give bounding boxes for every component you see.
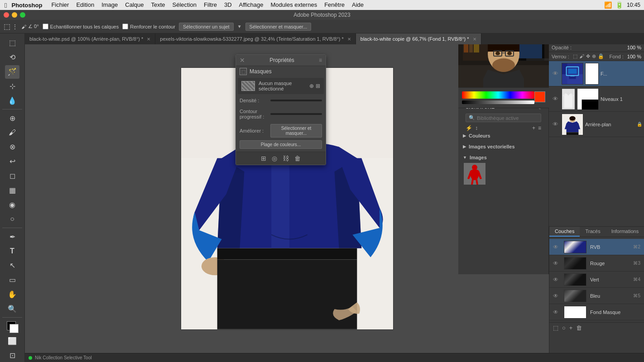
channel-dotted-button[interactable]: ⬚ xyxy=(553,324,558,331)
heal-tool[interactable]: ⊕ xyxy=(5,111,19,125)
lib-image-red-person[interactable] xyxy=(464,163,485,185)
channel-fondmasque-eye[interactable]: 👁 xyxy=(553,309,560,315)
properties-expand-button[interactable]: ≡ xyxy=(319,57,322,63)
hue-slider[interactable] xyxy=(462,91,534,99)
clone-tool[interactable]: ⊗ xyxy=(5,140,19,154)
filter-icon[interactable]: ⚡ xyxy=(466,125,472,131)
channel-fond-masque[interactable]: 👁 Fond Masque xyxy=(549,304,644,320)
tab-couches[interactable]: Couches xyxy=(549,227,580,237)
lightness-slider[interactable] xyxy=(462,100,534,104)
layer-3-eye[interactable]: 👁 xyxy=(551,121,560,128)
channel-vert-eye[interactable]: 👁 xyxy=(553,276,560,283)
minimize-button[interactable] xyxy=(12,12,17,18)
hand-tool[interactable]: ✋ xyxy=(5,288,19,301)
tab-1-close[interactable]: ✕ xyxy=(147,37,150,42)
select-subject-button[interactable]: Sélectionner un sujet xyxy=(179,23,234,31)
tab-traces[interactable]: Tracés xyxy=(580,227,606,237)
foreground-color[interactable] xyxy=(5,319,19,333)
quick-select-tool[interactable]: 🪄 xyxy=(5,65,19,79)
close-button[interactable] xyxy=(4,12,9,18)
sort-icon[interactable]: ↕ xyxy=(475,125,478,131)
zoom-tool[interactable]: 🔍 xyxy=(5,302,19,316)
images-section-title[interactable]: ▼ Images xyxy=(462,154,545,161)
channel-mask-button[interactable]: ○ xyxy=(562,324,566,331)
select-mask-button[interactable]: Sélectionner et masquer... xyxy=(245,23,312,31)
menu-calque[interactable]: Calque xyxy=(121,0,147,10)
menu-aide[interactable]: Aide xyxy=(348,0,367,10)
quick-mask[interactable]: ⬜ xyxy=(5,334,19,348)
tab-2-close[interactable]: ✕ xyxy=(347,37,351,42)
menu-filtre[interactable]: Filtre xyxy=(200,0,221,10)
channel-bleu-eye[interactable]: 👁 xyxy=(553,293,560,299)
lock-all-button[interactable]: 🔒 xyxy=(598,53,604,59)
menu-modules[interactable]: Modules externes xyxy=(267,0,321,10)
channel-rouge-eye[interactable]: 👁 xyxy=(553,260,560,267)
properties-close-button[interactable]: ✕ xyxy=(240,57,245,64)
gradient-tool[interactable]: ▦ xyxy=(5,184,19,197)
type-tool[interactable]: T xyxy=(5,244,19,258)
add-library-icon[interactable]: + xyxy=(532,125,535,131)
brush-tool[interactable]: 🖌 xyxy=(5,126,19,139)
blur-tool[interactable]: ◉ xyxy=(5,198,19,211)
maximize-button[interactable] xyxy=(20,12,25,18)
plage-button[interactable]: Plage de couleurs... xyxy=(240,140,322,149)
library-search[interactable]: 🔍 xyxy=(466,114,541,122)
tab-1[interactable]: black-to-white.psd @ 100% (Arrière-plan,… xyxy=(25,33,155,44)
eraser-tool[interactable]: ◻ xyxy=(5,169,19,183)
tab-3[interactable]: black-to-white copie @ 66,7% (Fond 1, RV… xyxy=(356,33,481,44)
props-circle-button[interactable]: ◎ xyxy=(272,155,277,162)
sample-all-checkbox[interactable] xyxy=(43,24,48,29)
apple-icon[interactable]:  xyxy=(5,1,7,9)
menu-image[interactable]: Image xyxy=(98,0,121,10)
lock-transparent-button[interactable]: ⬚ xyxy=(573,53,577,59)
crop-tool[interactable]: ⊹ xyxy=(5,80,19,93)
layer-2-eye[interactable]: 👁 xyxy=(551,95,560,102)
dodge-tool[interactable]: ○ xyxy=(5,212,19,226)
channel-new-button[interactable]: + xyxy=(569,324,573,331)
menu-fenetre[interactable]: Fenêtre xyxy=(321,0,348,10)
layer-item-3[interactable]: 👁 Arrière-plan 🔒 xyxy=(549,112,644,137)
layer-item-1[interactable]: 👁 F... xyxy=(549,61,644,86)
pen-tool[interactable]: ✒ xyxy=(5,230,19,243)
library-search-input[interactable] xyxy=(477,115,538,121)
channel-rvb-eye[interactable]: 👁 xyxy=(553,244,560,250)
sample-all-layers[interactable]: Echantillonner tous les calques xyxy=(43,24,119,29)
path-select-tool[interactable]: ↖ xyxy=(5,259,19,272)
channel-vert[interactable]: 👁 Vert ⌘4 xyxy=(549,272,644,288)
contour-slider[interactable] xyxy=(270,113,322,115)
channel-bleu[interactable]: 👁 Bleu ⌘5 xyxy=(549,288,644,304)
couleurs-section-title[interactable]: ▶ Couleurs xyxy=(462,132,545,139)
screen-mode[interactable]: ⊡ xyxy=(5,348,19,362)
menu-3d[interactable]: 3D xyxy=(221,0,235,10)
menu-affichage[interactable]: Affichage xyxy=(235,0,267,10)
images-vectorielles-section-title[interactable]: ▶ Images vectorielles xyxy=(462,143,545,150)
menu-edition[interactable]: Edition xyxy=(72,0,98,10)
tab-3-close[interactable]: ✕ xyxy=(473,37,476,42)
menu-texte[interactable]: Texte xyxy=(147,0,168,10)
select-mask-button-props[interactable]: Sélectionner et masquer... xyxy=(270,124,322,138)
mask-add-button[interactable]: ⊕ xyxy=(309,83,314,89)
tab-informations[interactable]: Informations xyxy=(606,227,644,237)
lock-pixels-button[interactable]: 🖌 xyxy=(579,53,584,59)
channel-delete-button[interactable]: 🗑 xyxy=(576,324,582,331)
chevron-select-subject[interactable]: ▼ xyxy=(237,24,242,29)
lock-artboard-button[interactable]: ⊕ xyxy=(592,53,596,59)
color-swatch[interactable] xyxy=(534,91,545,102)
more-icon[interactable]: ≡ xyxy=(538,125,541,131)
menu-selection[interactable]: Sélection xyxy=(169,0,200,10)
layer-1-eye[interactable]: 👁 xyxy=(551,70,560,77)
props-link-button[interactable]: ⛓ xyxy=(283,155,289,162)
tab-2[interactable]: pexels-viktoria-slowikowska-5332277.jpeg… xyxy=(155,33,356,44)
marquee-tool[interactable]: ⬚ xyxy=(5,36,19,50)
layer-item-2[interactable]: 👁 Niveaux 1 xyxy=(549,86,644,112)
lasso-tool[interactable]: ⟲ xyxy=(5,51,19,64)
eyedropper-tool[interactable]: 💧 xyxy=(5,94,19,107)
lock-position-button[interactable]: ✥ xyxy=(586,53,590,59)
channel-rouge[interactable]: 👁 Rouge ⌘3 xyxy=(549,255,644,272)
mask-options-button[interactable]: ⊞ xyxy=(316,83,320,89)
props-trash-button[interactable]: 🗑 xyxy=(294,155,301,162)
contour-checkbox-label[interactable]: Renforcer le contour xyxy=(122,24,175,29)
shape-tool[interactable]: ▭ xyxy=(5,273,19,287)
density-slider[interactable] xyxy=(270,100,322,101)
props-grid-button[interactable]: ⊞ xyxy=(261,155,266,162)
